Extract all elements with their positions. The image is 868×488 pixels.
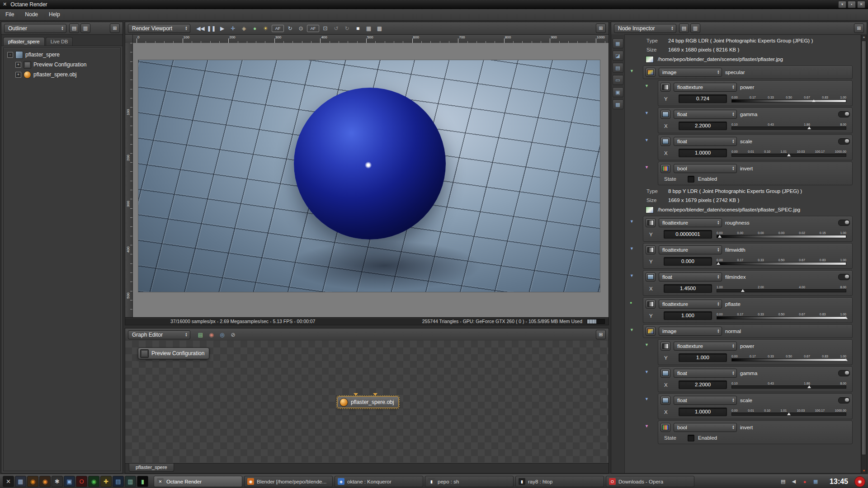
param-type-dropdown[interactable]: floattexture▲▼: [674, 83, 737, 92]
world-icon[interactable]: ◎: [217, 330, 227, 339]
background-checker-icon[interactable]: ▩: [375, 24, 384, 33]
param-slider[interactable]: 0.000.170.330.500.670.831.00: [731, 354, 846, 361]
collapse-arrow-icon[interactable]: ▼: [645, 111, 649, 115]
collapse-arrow-icon[interactable]: ▼: [630, 220, 634, 224]
desktop-launcher[interactable]: ▣: [64, 476, 75, 487]
slider-marker[interactable]: [787, 154, 791, 156]
slider-track[interactable]: [731, 99, 846, 103]
menu-item-file[interactable]: File: [0, 9, 19, 20]
viewport-dropdown[interactable]: Render Viewport ▲▼: [128, 24, 190, 33]
outliner-expand-button[interactable]: ⊞: [110, 23, 120, 33]
delete-node-icon[interactable]: ⊘: [228, 330, 238, 339]
undo-view-icon[interactable]: ↺: [331, 24, 341, 33]
tray-display-icon[interactable]: ▤: [779, 478, 787, 486]
rendered-image[interactable]: [138, 60, 600, 292]
grid-thumb-icon[interactable]: ▩: [613, 99, 623, 109]
param-type-dropdown[interactable]: float▲▼: [674, 137, 737, 146]
expander-icon[interactable]: +: [15, 62, 21, 68]
expander-icon[interactable]: +: [15, 72, 21, 78]
render-canvas[interactable]: [133, 43, 609, 317]
slider-track[interactable]: [731, 385, 846, 389]
tray-alert-icon[interactable]: ●: [801, 478, 809, 486]
param-type-dropdown[interactable]: float▲▼: [674, 369, 737, 378]
taskbar-task[interactable]: ▮ray8 : htop: [515, 476, 604, 487]
camera-export-icon[interactable]: ⊡: [321, 24, 330, 33]
param-slider[interactable]: 1.002.004.008.00: [717, 285, 846, 292]
param-type-dropdown[interactable]: image▲▼: [659, 68, 722, 77]
scroll-up-icon[interactable]: ▲: [861, 35, 867, 38]
collapse-arrow-icon[interactable]: ▼: [645, 370, 649, 374]
taskbar-task[interactable]: ◈oktane : Konqueror: [335, 476, 423, 487]
restart-render-icon[interactable]: ◀◀: [196, 24, 205, 33]
viewport-expand-button[interactable]: ⊞: [596, 23, 606, 33]
slider-marker[interactable]: [718, 235, 722, 238]
tools-launcher[interactable]: ✚: [100, 476, 112, 487]
taskbar-task[interactable]: ▮pepo : sh: [425, 476, 514, 487]
autofocus-lock-icon[interactable]: AF: [307, 25, 319, 32]
redo-view-icon[interactable]: ↻: [342, 24, 352, 33]
value-field[interactable]: 0.000: [664, 257, 712, 266]
slider-track[interactable]: [717, 316, 846, 319]
scroll-down-icon[interactable]: ▼: [861, 469, 867, 472]
slider-track[interactable]: [717, 235, 846, 238]
files-launcher[interactable]: ▥: [125, 476, 136, 487]
outliner-dropdown[interactable]: Outliner ▲▼: [4, 24, 66, 33]
render-target-thumb-icon[interactable]: ▦: [613, 38, 623, 48]
outliner-tab-pflaster_spere[interactable]: pflaster_spere: [3, 37, 45, 46]
import-node-button[interactable]: ▤: [69, 23, 79, 33]
param-slider[interactable]: 0.000.000.000.000.020.151.00: [717, 231, 846, 238]
param-type-dropdown[interactable]: floattexture▲▼: [659, 245, 722, 254]
param-slider[interactable]: 0.100.431.868.00: [731, 381, 846, 389]
param-type-dropdown[interactable]: bool▲▼: [674, 164, 737, 173]
export-node-button[interactable]: ▥: [80, 23, 90, 33]
node-palette-icon[interactable]: ◉: [207, 330, 216, 339]
slider-marker[interactable]: [807, 127, 811, 129]
lock-resolution-icon[interactable]: ⊙: [296, 24, 306, 33]
value-field[interactable]: 1.4500: [664, 284, 712, 293]
taskbar-task[interactable]: ODownloads - Opera: [606, 476, 694, 487]
graph-expand-button[interactable]: ⊞: [596, 330, 606, 339]
collapse-arrow-icon[interactable]: ▼: [630, 247, 634, 251]
slider-track[interactable]: [717, 262, 846, 265]
graph-tab[interactable]: pflaster_spere: [129, 464, 174, 472]
collapse-arrow-icon[interactable]: ▼: [645, 397, 649, 401]
param-type-dropdown[interactable]: floattexture▲▼: [659, 300, 722, 309]
taskbar-task[interactable]: ✕Octane Render: [154, 476, 242, 487]
param-slider[interactable]: 0.100.431.868.00: [731, 122, 846, 130]
param-toggle[interactable]: [838, 111, 850, 117]
tree-item[interactable]: +Preview Configuration: [4, 60, 120, 70]
graph-node[interactable]: Preview Configuration: [138, 347, 209, 359]
param-type-dropdown[interactable]: float▲▼: [659, 272, 722, 282]
graph-canvas[interactable]: Preview Configurationpflaster_spere.obj: [125, 341, 609, 464]
taskbar-task[interactable]: ◉Blender [/home/pepo/blende...: [244, 476, 333, 487]
value-field[interactable]: 2.2000: [679, 122, 727, 130]
web-launcher[interactable]: ◉: [88, 476, 99, 487]
param-toggle[interactable]: [838, 397, 850, 404]
param-type-dropdown[interactable]: floattexture▲▼: [674, 342, 737, 351]
value-field[interactable]: 1.0000: [679, 408, 727, 416]
param-slider[interactable]: 0.000.010.101.0110.03100.171000.00: [731, 408, 846, 416]
menu-item-node[interactable]: Node: [19, 9, 43, 20]
outliner-tab-live-db[interactable]: Live DB: [46, 37, 73, 46]
collapse-arrow-icon[interactable]: ▼: [645, 84, 649, 88]
resume-render-icon[interactable]: ▶: [217, 24, 227, 33]
session-logout-button[interactable]: ◉: [854, 476, 865, 487]
param-slider[interactable]: 0.000.170.330.500.670.831.00: [731, 95, 846, 103]
autofocus-icon[interactable]: AF: [272, 25, 284, 32]
slider-marker[interactable]: [844, 316, 848, 319]
value-field[interactable]: 1.0000: [679, 149, 727, 157]
collapse-arrow-icon[interactable]: ▼: [630, 69, 634, 73]
param-toggle[interactable]: [838, 274, 850, 280]
firefox-launcher[interactable]: ◉: [39, 476, 51, 487]
pin-inspector-button[interactable]: ▤: [679, 23, 689, 33]
menu-item-help[interactable]: Help: [43, 9, 66, 20]
slider-track[interactable]: [731, 154, 846, 157]
slate-thumb-icon[interactable]: ▭: [613, 75, 623, 85]
alpha-checker-icon[interactable]: ▦: [364, 24, 373, 33]
param-type-dropdown[interactable]: floattexture▲▼: [659, 218, 722, 227]
panel-menu-launcher[interactable]: ▦: [15, 476, 26, 487]
tray-network-icon[interactable]: ▦: [811, 478, 820, 486]
region-picker-icon[interactable]: ◈: [239, 24, 249, 33]
param-toggle[interactable]: [838, 220, 850, 226]
scroll-thumb[interactable]: [862, 41, 866, 455]
